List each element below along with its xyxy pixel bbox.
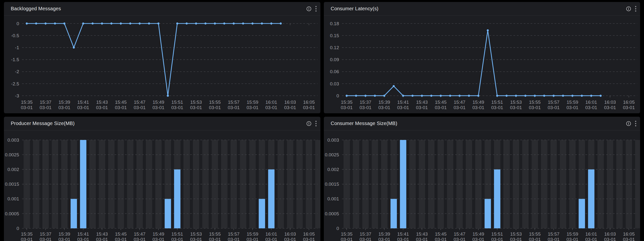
data-point[interactable] xyxy=(92,22,94,24)
data-point[interactable] xyxy=(458,95,460,97)
kebab-menu-icon[interactable] xyxy=(315,5,317,12)
svg-text:15:43: 15:43 xyxy=(416,100,428,105)
producer-message-size-chart[interactable]: 0.0030.00250.0020.00150.0010.0005015:350… xyxy=(4,130,320,241)
data-point[interactable] xyxy=(158,22,160,24)
data-point[interactable] xyxy=(374,95,376,97)
data-point[interactable] xyxy=(440,95,442,97)
data-point[interactable] xyxy=(581,95,583,97)
consumer-latency-chart[interactable]: 0.180.150.120.090.060.03015:3503-0115:37… xyxy=(324,16,640,113)
data-point[interactable] xyxy=(73,46,75,48)
data-point[interactable] xyxy=(506,95,508,97)
data-point[interactable] xyxy=(139,22,140,24)
svg-text:0: 0 xyxy=(336,93,339,98)
data-point[interactable] xyxy=(562,95,564,97)
svg-text:03-01: 03-01 xyxy=(529,237,541,241)
x-axis-labels: 15:3503-0115:3703-0115:3903-0115:4103-01… xyxy=(341,100,635,110)
kebab-menu-icon[interactable] xyxy=(315,120,317,127)
data-point[interactable] xyxy=(515,95,517,97)
svg-text:0.001: 0.001 xyxy=(7,196,19,201)
data-point[interactable] xyxy=(543,95,545,97)
data-point[interactable] xyxy=(600,95,602,97)
data-point[interactable] xyxy=(176,22,178,24)
data-point[interactable] xyxy=(270,22,272,24)
svg-text:03-01: 03-01 xyxy=(585,237,597,241)
data-point[interactable] xyxy=(478,95,480,97)
svg-text:03-01: 03-01 xyxy=(397,237,409,241)
data-point[interactable] xyxy=(412,95,414,97)
svg-text:16:01: 16:01 xyxy=(266,100,277,105)
data-point[interactable] xyxy=(204,22,206,24)
data-point[interactable] xyxy=(186,22,188,24)
data-point[interactable] xyxy=(402,95,404,97)
svg-text:15:43: 15:43 xyxy=(96,232,108,237)
data-point[interactable] xyxy=(54,22,56,24)
data-point[interactable] xyxy=(120,22,122,24)
data-point[interactable] xyxy=(280,22,282,24)
data-point[interactable] xyxy=(242,22,244,24)
svg-text:0.0015: 0.0015 xyxy=(325,182,339,187)
data-point[interactable] xyxy=(82,22,84,24)
svg-text:15:57: 15:57 xyxy=(228,100,240,105)
svg-text:0.0025: 0.0025 xyxy=(325,152,339,157)
svg-text:15:49: 15:49 xyxy=(472,100,484,105)
svg-text:16:03: 16:03 xyxy=(604,232,616,237)
svg-text:03-01: 03-01 xyxy=(491,237,503,241)
data-point[interactable] xyxy=(214,22,216,24)
data-point[interactable] xyxy=(223,22,225,24)
data-point[interactable] xyxy=(64,22,66,24)
svg-text:03-01: 03-01 xyxy=(171,105,183,110)
data-point[interactable] xyxy=(261,22,263,24)
data-point[interactable] xyxy=(524,95,526,97)
data-point[interactable] xyxy=(110,22,112,24)
svg-text:03-01: 03-01 xyxy=(40,237,52,241)
data-point[interactable] xyxy=(468,95,470,97)
data-point[interactable] xyxy=(346,95,348,97)
svg-text:15:37: 15:37 xyxy=(40,232,52,237)
data-point[interactable] xyxy=(393,85,395,87)
data-point[interactable] xyxy=(496,95,498,97)
svg-text:03-01: 03-01 xyxy=(416,105,428,110)
data-point[interactable] xyxy=(44,22,46,24)
data-point[interactable] xyxy=(355,95,357,97)
data-point[interactable] xyxy=(26,22,28,24)
data-point[interactable] xyxy=(252,22,254,24)
svg-text:-1.5: -1.5 xyxy=(11,57,19,62)
data-point[interactable] xyxy=(487,29,489,31)
info-circle-icon[interactable] xyxy=(306,6,312,11)
svg-text:03-01: 03-01 xyxy=(529,105,541,110)
kebab-menu-icon[interactable] xyxy=(635,5,637,12)
data-point[interactable] xyxy=(421,95,423,97)
data-point[interactable] xyxy=(195,22,197,24)
svg-text:15:57: 15:57 xyxy=(228,232,240,237)
svg-text:0.0025: 0.0025 xyxy=(5,152,19,157)
svg-text:03-01: 03-01 xyxy=(604,105,616,110)
data-point[interactable] xyxy=(129,22,131,24)
data-point[interactable] xyxy=(590,95,592,97)
svg-text:-2: -2 xyxy=(15,69,19,74)
data-point[interactable] xyxy=(553,95,554,97)
y-axis-labels: 0.0030.00250.0020.00150.0010.00050 xyxy=(325,138,339,231)
data-point[interactable] xyxy=(35,22,37,24)
svg-text:16:01: 16:01 xyxy=(586,232,597,237)
data-point[interactable] xyxy=(101,22,103,24)
svg-text:15:49: 15:49 xyxy=(152,100,164,105)
info-circle-icon[interactable] xyxy=(626,121,631,126)
data-point[interactable] xyxy=(148,22,150,24)
info-circle-icon[interactable] xyxy=(626,6,631,11)
data-point[interactable] xyxy=(233,22,235,24)
backlogged-messages-chart[interactable]: 0-0.5-1-1.5-2-2.5-315:3503-0115:3703-011… xyxy=(4,16,320,113)
x-axis-labels: 15:3503-0115:3703-0115:3903-0115:4103-01… xyxy=(21,232,315,241)
data-point[interactable] xyxy=(430,95,432,97)
data-point[interactable] xyxy=(364,95,366,97)
data-point[interactable] xyxy=(534,95,536,97)
data-point[interactable] xyxy=(572,95,574,97)
kebab-menu-icon[interactable] xyxy=(635,120,637,127)
info-circle-icon[interactable] xyxy=(306,121,312,126)
consumer-message-size-chart[interactable]: 0.0030.00250.0020.00150.0010.0005015:350… xyxy=(324,130,640,241)
data-point[interactable] xyxy=(449,95,451,97)
data-point[interactable] xyxy=(383,95,385,97)
data-point[interactable] xyxy=(167,95,169,97)
svg-text:15:35: 15:35 xyxy=(21,232,32,237)
x-axis-ticks xyxy=(27,228,309,230)
svg-text:03-01: 03-01 xyxy=(265,105,277,110)
